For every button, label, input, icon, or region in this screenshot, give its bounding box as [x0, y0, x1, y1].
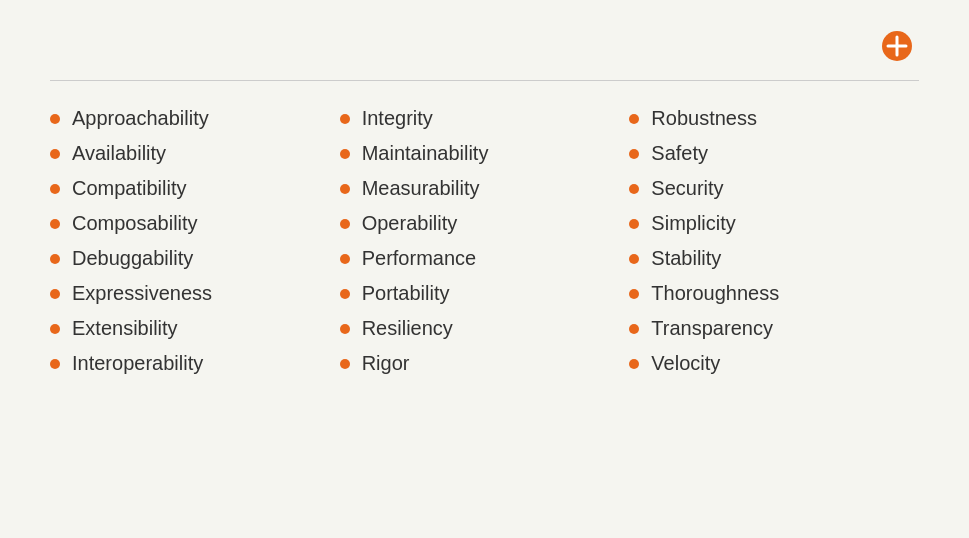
item-label: Robustness	[651, 107, 757, 130]
item-label: Integrity	[362, 107, 433, 130]
list-item: Simplicity	[629, 206, 919, 241]
item-label: Expressiveness	[72, 282, 212, 305]
list-item: Resiliency	[340, 311, 630, 346]
item-label: Stability	[651, 247, 721, 270]
item-label: Portability	[362, 282, 450, 305]
bullet-icon	[340, 324, 350, 334]
bullet-icon	[340, 184, 350, 194]
bullet-icon	[340, 289, 350, 299]
item-label: Composability	[72, 212, 198, 235]
bullet-icon	[629, 114, 639, 124]
item-label: Safety	[651, 142, 708, 165]
bullet-icon	[629, 324, 639, 334]
bullet-icon	[50, 114, 60, 124]
list-item: Extensibility	[50, 311, 340, 346]
list-item: Expressiveness	[50, 276, 340, 311]
list-item: Rigor	[340, 346, 630, 381]
item-label: Approachability	[72, 107, 209, 130]
column-3: RobustnessSafetySecuritySimplicityStabil…	[629, 101, 919, 508]
logo	[881, 30, 919, 62]
list-item: Performance	[340, 241, 630, 276]
item-label: Compatibility	[72, 177, 186, 200]
column-2: IntegrityMaintainabilityMeasurabilityOpe…	[340, 101, 630, 508]
list-item: Security	[629, 171, 919, 206]
list-item: Approachability	[50, 101, 340, 136]
bullet-icon	[50, 254, 60, 264]
list-item: Robustness	[629, 101, 919, 136]
bullet-icon	[629, 359, 639, 369]
slide-header	[50, 30, 919, 81]
bullet-icon	[340, 254, 350, 264]
bullet-icon	[629, 254, 639, 264]
bullet-icon	[340, 149, 350, 159]
item-label: Velocity	[651, 352, 720, 375]
list-item: Transparency	[629, 311, 919, 346]
item-label: Availability	[72, 142, 166, 165]
values-content: ApproachabilityAvailabilityCompatibility…	[50, 101, 919, 508]
bullet-icon	[340, 114, 350, 124]
bullet-icon	[629, 219, 639, 229]
bullet-icon	[50, 324, 60, 334]
bullet-icon	[50, 359, 60, 369]
item-label: Performance	[362, 247, 477, 270]
list-item: Composability	[50, 206, 340, 241]
bullet-icon	[50, 184, 60, 194]
bullet-icon	[50, 289, 60, 299]
bullet-icon	[50, 149, 60, 159]
bullet-icon	[629, 184, 639, 194]
item-label: Operability	[362, 212, 458, 235]
item-label: Thoroughness	[651, 282, 779, 305]
item-label: Simplicity	[651, 212, 735, 235]
item-label: Debuggability	[72, 247, 193, 270]
bullet-icon	[629, 149, 639, 159]
list-item: Measurability	[340, 171, 630, 206]
item-label: Measurability	[362, 177, 480, 200]
bullet-icon	[50, 219, 60, 229]
slide: ApproachabilityAvailabilityCompatibility…	[0, 0, 969, 538]
item-label: Rigor	[362, 352, 410, 375]
list-item: Safety	[629, 136, 919, 171]
list-item: Integrity	[340, 101, 630, 136]
list-item: Portability	[340, 276, 630, 311]
bullet-icon	[629, 289, 639, 299]
bullet-icon	[340, 219, 350, 229]
list-item: Compatibility	[50, 171, 340, 206]
column-1: ApproachabilityAvailabilityCompatibility…	[50, 101, 340, 508]
list-item: Availability	[50, 136, 340, 171]
joyent-logo-icon	[881, 30, 913, 62]
item-label: Interoperability	[72, 352, 203, 375]
item-label: Extensibility	[72, 317, 178, 340]
item-label: Security	[651, 177, 723, 200]
list-item: Interoperability	[50, 346, 340, 381]
list-item: Velocity	[629, 346, 919, 381]
list-item: Debuggability	[50, 241, 340, 276]
list-item: Stability	[629, 241, 919, 276]
list-item: Thoroughness	[629, 276, 919, 311]
item-label: Resiliency	[362, 317, 453, 340]
list-item: Maintainability	[340, 136, 630, 171]
list-item: Operability	[340, 206, 630, 241]
bullet-icon	[340, 359, 350, 369]
item-label: Transparency	[651, 317, 773, 340]
item-label: Maintainability	[362, 142, 489, 165]
